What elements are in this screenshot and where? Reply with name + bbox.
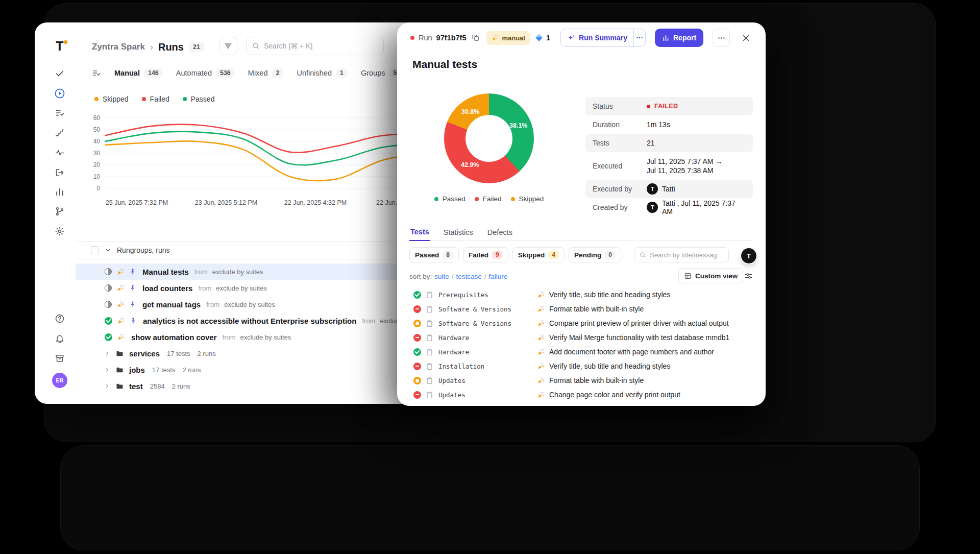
- view-settings-button[interactable]: [742, 270, 754, 282]
- sidebar-item-workflows[interactable]: [50, 201, 70, 222]
- tab-mixed[interactable]: Mixed 2: [248, 68, 284, 78]
- breadcrumb-separator: ›: [150, 42, 153, 53]
- info-label: Duration: [593, 121, 647, 129]
- y-tick: 50: [80, 126, 100, 134]
- chevron-right-icon[interactable]: [104, 367, 110, 373]
- group-name: services: [129, 349, 160, 358]
- sort-by-testcase[interactable]: testcase: [456, 273, 482, 280]
- pulse-icon: [55, 148, 65, 158]
- legend-label: Passed: [191, 95, 215, 103]
- breadcrumb-project[interactable]: Zyntra Spark: [92, 42, 145, 52]
- run-summary-button[interactable]: Run Summary: [561, 29, 633, 46]
- passed-dot: [434, 197, 438, 201]
- test-row[interactable]: Prerequisites Verify title, sub title an…: [397, 287, 766, 302]
- tab-defects[interactable]: Defects: [486, 224, 513, 241]
- test-row[interactable]: Hardware Add document footer with page n…: [397, 345, 766, 359]
- test-row[interactable]: Hardware Verify Mail Merge functionality…: [397, 330, 766, 345]
- chevron-right-icon[interactable]: [104, 350, 110, 356]
- sidebar-item-activity[interactable]: [50, 142, 70, 163]
- legend-failed[interactable]: Failed: [142, 95, 169, 103]
- folder-icon: [115, 382, 124, 391]
- check-square-icon[interactable]: [92, 68, 101, 78]
- chart-legend: Skipped Failed Passed: [94, 95, 214, 103]
- tab-label: Unfinished: [297, 69, 332, 77]
- pin-icon[interactable]: [129, 284, 136, 292]
- filter-button[interactable]: [219, 37, 237, 55]
- user-avatar[interactable]: ER: [50, 370, 70, 391]
- close-drawer-button[interactable]: [738, 30, 753, 46]
- sidebar-item-notifications[interactable]: [50, 328, 70, 349]
- custom-view-label: Custom view: [695, 272, 738, 280]
- test-row[interactable]: Updates Format table with built-in style: [397, 373, 766, 388]
- tab-statistics[interactable]: Statistics: [443, 224, 474, 241]
- info-row-executed: Executed Jul 11, 2025 7:37 AM → Jul 11, …: [585, 152, 753, 180]
- filter-pending[interactable]: Pending 0: [569, 247, 621, 262]
- tab-groups[interactable]: Groups 5: [361, 68, 401, 78]
- custom-view-button[interactable]: Custom view: [678, 268, 743, 283]
- sidebar-item-runs[interactable]: [50, 83, 70, 104]
- executed-end: Jul 11, 2025 7:38 AM: [647, 166, 722, 175]
- tests-search-input[interactable]: [634, 248, 728, 262]
- in-progress-status-icon: [105, 301, 112, 308]
- sidebar-item-milestones[interactable]: [50, 123, 70, 143]
- confetti-icon: [537, 291, 545, 299]
- legend-skipped[interactable]: Skipped: [94, 95, 129, 103]
- assistant-avatar-button[interactable]: T: [741, 248, 756, 263]
- filter-passed[interactable]: Passed 8: [409, 247, 459, 262]
- runs-count-badge: 21: [189, 42, 204, 52]
- gem-count: 1: [546, 34, 550, 42]
- archive-box-icon: [55, 353, 65, 364]
- test-title: Compare print preview of printer driver …: [549, 319, 729, 327]
- clipboard-icon: [426, 377, 433, 384]
- report-button[interactable]: Report: [655, 29, 703, 47]
- pin-icon[interactable]: [129, 268, 136, 275]
- sort-by-failure[interactable]: failure: [489, 273, 508, 280]
- test-row[interactable]: Software & Versions Compare print previe…: [397, 316, 766, 330]
- sort-prefix: sort by:: [409, 273, 432, 280]
- sort-by-suite[interactable]: suite: [434, 273, 449, 280]
- sidebar-item-projects[interactable]: [50, 348, 70, 369]
- test-row[interactable]: Installation Verify title, sub title and…: [397, 359, 766, 373]
- app-logo[interactable]: T: [50, 36, 70, 56]
- sidebar-item-exports[interactable]: [50, 162, 70, 183]
- chip-label: Failed: [469, 251, 488, 259]
- legend-failed[interactable]: Failed: [475, 195, 502, 203]
- drawer-more-button[interactable]: [713, 29, 730, 47]
- tab-count: 1: [336, 68, 348, 78]
- legend-skipped[interactable]: Skipped: [511, 195, 544, 203]
- suite-name: Hardware: [438, 334, 469, 342]
- select-all-checkbox[interactable]: [91, 246, 99, 254]
- sidebar-item-settings[interactable]: [50, 221, 70, 242]
- sidebar-item-reviews[interactable]: [50, 103, 70, 123]
- filter-skipped[interactable]: Skipped 4: [512, 247, 565, 262]
- sidebar-item-help[interactable]: [50, 308, 70, 329]
- y-tick: 0: [80, 184, 100, 192]
- tab-unfinished[interactable]: Unfinished 1: [297, 68, 347, 78]
- run-summary-more-button[interactable]: [634, 29, 645, 46]
- sparkle-icon: [567, 34, 575, 42]
- chevron-right-icon[interactable]: [104, 383, 110, 389]
- legend-passed[interactable]: Passed: [434, 195, 465, 203]
- chevron-down-icon[interactable]: [105, 247, 112, 254]
- pin-icon[interactable]: [129, 301, 136, 308]
- info-row-executed-by: Executed by TTatti: [585, 180, 753, 198]
- test-title: Change page color and verify print outpu…: [549, 391, 680, 399]
- tab-count: 536: [216, 68, 235, 78]
- failed-dot: [647, 105, 650, 108]
- info-row-status: Status FAILED: [585, 97, 753, 115]
- filter-failed[interactable]: Failed 9: [463, 247, 508, 262]
- search-input[interactable]: [247, 37, 383, 55]
- test-row[interactable]: Software & Versions Format table with bu…: [397, 302, 766, 316]
- copy-run-id-button[interactable]: [470, 32, 481, 43]
- pin-icon[interactable]: [130, 317, 137, 324]
- sidebar-item-reports[interactable]: [50, 182, 70, 202]
- sidebar-item-tests[interactable]: [50, 63, 70, 84]
- tab-manual[interactable]: Manual 146: [114, 68, 163, 78]
- test-row[interactable]: Updates Change page color and verify pri…: [397, 388, 766, 402]
- info-value: 1m 13s: [647, 121, 670, 129]
- legend-passed[interactable]: Passed: [183, 95, 215, 103]
- tab-tests[interactable]: Tests: [409, 224, 430, 241]
- test-title: Add document footer with page numbers an…: [549, 348, 714, 356]
- gem-counter[interactable]: 1: [534, 33, 550, 42]
- tab-automated[interactable]: Automated 536: [176, 68, 235, 78]
